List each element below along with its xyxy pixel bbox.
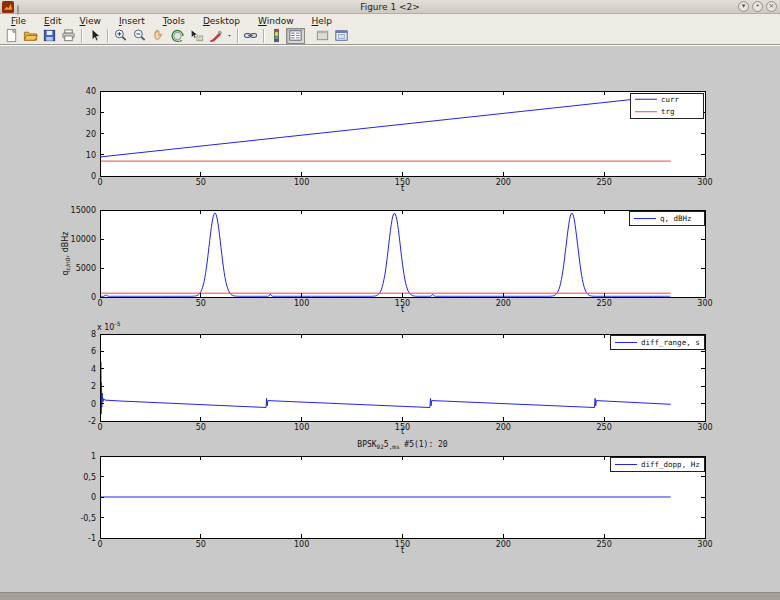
menu-item-help[interactable]: Help bbox=[303, 16, 342, 26]
y-tick-label: 0 bbox=[91, 172, 96, 181]
window-title: Figure 1 <2> bbox=[0, 2, 780, 12]
toolbar-separator bbox=[107, 29, 108, 43]
link-plots-icon bbox=[243, 28, 258, 43]
menu-item-insert[interactable]: Insert bbox=[110, 16, 154, 26]
link-plots-button[interactable] bbox=[241, 28, 260, 44]
open-folder-icon bbox=[23, 28, 38, 43]
y-tick-label: 6 bbox=[91, 347, 96, 356]
x-tick-label: 250 bbox=[597, 540, 612, 549]
dock-figure-button[interactable] bbox=[332, 28, 351, 44]
data-cursor-button[interactable] bbox=[187, 28, 206, 44]
y-tick-label: 5000 bbox=[76, 264, 96, 273]
x-tick-label: 250 bbox=[597, 178, 612, 187]
zoom-in-icon bbox=[113, 28, 128, 43]
legend-label: curr bbox=[661, 95, 680, 104]
maximize-button[interactable]: • bbox=[752, 1, 763, 12]
legend-label: q, dBHz bbox=[660, 214, 692, 223]
figure-canvas: 050100150200250300010203040tcurrtrg05010… bbox=[0, 45, 780, 592]
x-tick-label: 50 bbox=[196, 178, 206, 187]
legend-label: diff_dopp, Hz bbox=[641, 460, 700, 469]
print-button[interactable] bbox=[59, 28, 78, 44]
x-tick-label: 300 bbox=[697, 299, 712, 308]
subplot-3: 050100150200250300-202468tx 10-5diff_ran… bbox=[88, 320, 713, 436]
rotate-3d-button[interactable] bbox=[168, 28, 187, 44]
y-tick-label: -2 bbox=[88, 417, 96, 426]
zoom-in-button[interactable] bbox=[111, 28, 130, 44]
close-button[interactable]: × bbox=[766, 1, 777, 12]
x-tick-label: 250 bbox=[597, 299, 612, 308]
pointer-button[interactable] bbox=[85, 28, 104, 44]
x-tick-label: 100 bbox=[294, 423, 309, 432]
legend[interactable]: diff_range, s bbox=[610, 336, 704, 350]
y-tick-label: 0 bbox=[91, 493, 96, 502]
y-tick-label: 4 bbox=[91, 365, 96, 374]
x-tick-label: 50 bbox=[196, 299, 206, 308]
x-tick-label: 0 bbox=[97, 423, 102, 432]
minimize-button[interactable]: ▾ bbox=[738, 1, 749, 12]
menu-item-file[interactable]: File bbox=[2, 16, 35, 26]
y-axis-exponent: x 10-5 bbox=[97, 320, 121, 332]
print-icon bbox=[61, 28, 76, 43]
colorbar-icon bbox=[269, 28, 284, 43]
x-tick-label: 50 bbox=[196, 540, 206, 549]
menu-item-view[interactable]: View bbox=[71, 16, 110, 26]
menu-item-desktop[interactable]: Desktop bbox=[194, 16, 249, 26]
brush-menu-button[interactable] bbox=[225, 28, 234, 44]
legend-label: trg bbox=[661, 107, 675, 116]
x-axis-label: t bbox=[401, 305, 404, 314]
save-icon bbox=[42, 28, 57, 43]
plot-area bbox=[100, 210, 705, 297]
hide-plot-tools-icon bbox=[315, 28, 330, 43]
x-axis-label: t bbox=[401, 427, 404, 436]
figure-window: Figure 1 <2> ▾•× FileEditViewInsertTools… bbox=[0, 0, 780, 600]
brush-menu-icon bbox=[226, 28, 233, 43]
menu-item-edit[interactable]: Edit bbox=[35, 16, 70, 26]
x-tick-label: 200 bbox=[496, 540, 511, 549]
y-axis-label: qc/n0, dBHz bbox=[61, 232, 71, 276]
x-tick-label: 200 bbox=[496, 299, 511, 308]
save-button[interactable] bbox=[40, 28, 59, 44]
open-folder-button[interactable] bbox=[21, 28, 40, 44]
x-tick-label: 100 bbox=[294, 178, 309, 187]
x-tick-label: 300 bbox=[697, 423, 712, 432]
plots-svg: 050100150200250300010203040tcurrtrg05010… bbox=[0, 46, 780, 593]
titlebar[interactable]: Figure 1 <2> ▾•× bbox=[0, 0, 780, 14]
dock-figure-icon bbox=[334, 28, 349, 43]
x-axis-label: t bbox=[401, 546, 404, 555]
new-document-button[interactable] bbox=[2, 28, 21, 44]
y-tick-label: 8 bbox=[91, 330, 96, 339]
new-document-icon bbox=[4, 28, 19, 43]
y-tick-label: 40 bbox=[86, 87, 96, 96]
legend[interactable]: q, dBHz bbox=[629, 212, 704, 226]
toolbar bbox=[0, 27, 780, 45]
colorbar-button[interactable] bbox=[267, 28, 286, 44]
menu-item-window[interactable]: Window bbox=[249, 16, 303, 26]
plot-area bbox=[100, 91, 705, 176]
legend[interactable]: currtrg bbox=[630, 93, 703, 118]
zoom-out-button[interactable] bbox=[130, 28, 149, 44]
brush-button[interactable] bbox=[206, 28, 225, 44]
toolbar-separator bbox=[263, 29, 264, 43]
x-tick-label: 200 bbox=[496, 423, 511, 432]
pan-icon bbox=[151, 28, 166, 43]
menu-item-tools[interactable]: Tools bbox=[154, 16, 194, 26]
toolbar-separator bbox=[237, 29, 238, 43]
hide-plot-tools-button[interactable] bbox=[313, 28, 332, 44]
y-tick-label: 15000 bbox=[71, 206, 96, 215]
toolbar-separator bbox=[81, 29, 82, 43]
subplot-2: 050100150200250300050001000015000tqc/n0,… bbox=[61, 206, 713, 314]
x-tick-label: 300 bbox=[697, 178, 712, 187]
subplot-title: BPSK925,ms #5(1): 20 bbox=[357, 440, 448, 450]
y-tick-label: 1 bbox=[91, 452, 96, 461]
y-tick-label: 2 bbox=[91, 382, 96, 391]
x-tick-label: 0 bbox=[97, 178, 102, 187]
y-tick-label: 0 bbox=[91, 293, 96, 302]
x-tick-label: 100 bbox=[294, 540, 309, 549]
window-menu-button[interactable] bbox=[17, 5, 19, 15]
pan-button[interactable] bbox=[149, 28, 168, 44]
legend[interactable]: diff_dopp, Hz bbox=[610, 458, 704, 472]
x-tick-label: 0 bbox=[97, 299, 102, 308]
brush-icon bbox=[208, 28, 223, 43]
legend-button[interactable] bbox=[286, 28, 305, 44]
legend-label: diff_range, s bbox=[641, 338, 700, 347]
